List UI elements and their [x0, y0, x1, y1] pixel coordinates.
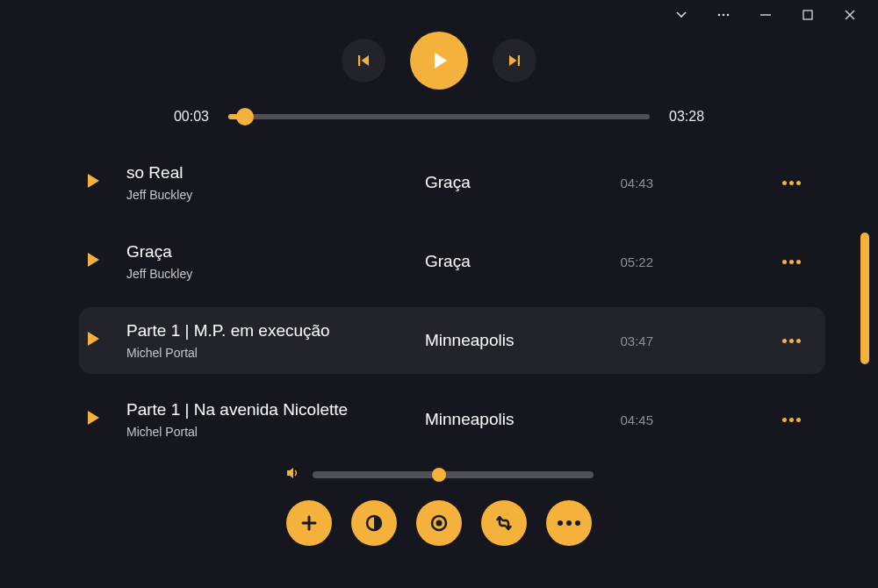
track-duration: 05:22 — [592, 255, 653, 269]
record-button[interactable] — [416, 500, 462, 546]
track-album: Graça — [425, 173, 592, 192]
track-title: Graça — [126, 242, 425, 262]
track-artist: Michel Portal — [126, 425, 425, 439]
track-duration: 03:47 — [592, 333, 653, 348]
track-more-button[interactable] — [653, 339, 801, 343]
minimize-button[interactable] — [757, 6, 774, 24]
track-duration: 04:43 — [592, 176, 653, 190]
track-artist: Michel Portal — [126, 346, 425, 360]
close-button[interactable] — [841, 6, 859, 24]
track-more-button[interactable] — [653, 181, 801, 185]
track-row[interactable]: Parte 1 | Na avenida Nicolette Michel Po… — [84, 386, 825, 453]
track-title: Parte 1 | M.P. em execução — [126, 321, 425, 341]
volume-thumb[interactable] — [432, 468, 446, 482]
play-icon[interactable] — [84, 330, 104, 351]
svg-point-2 — [727, 14, 730, 17]
track-album: Graça — [425, 252, 592, 271]
window-controls — [673, 0, 878, 30]
track-row[interactable]: Parte 1 | M.P. em execução Michel Portal… — [79, 307, 825, 374]
play-icon[interactable] — [84, 172, 104, 193]
track-duration: 04:45 — [592, 412, 653, 427]
shuffle-button[interactable] — [481, 500, 527, 546]
previous-button[interactable] — [342, 39, 385, 82]
track-album: Minneapolis — [425, 410, 592, 429]
svg-rect-4 — [803, 11, 812, 19]
menu-button[interactable] — [715, 6, 732, 24]
track-row[interactable]: Graça Jeff Buckley Graça 05:22 — [84, 228, 825, 295]
track-artist: Jeff Buckley — [126, 267, 425, 281]
volume-row — [0, 465, 878, 484]
track-title-col: so Real Jeff Buckley — [126, 163, 425, 202]
svg-rect-7 — [358, 55, 360, 66]
time-total: 03:28 — [669, 109, 704, 125]
collapse-button[interactable] — [673, 6, 690, 24]
add-button[interactable] — [286, 500, 332, 546]
track-title: so Real — [126, 163, 425, 183]
theme-button[interactable] — [351, 500, 397, 546]
svg-point-13 — [436, 520, 443, 527]
svg-rect-8 — [518, 55, 520, 66]
volume-slider[interactable] — [313, 471, 594, 478]
track-title: Parte 1 | Na avenida Nicolette — [126, 400, 425, 419]
time-elapsed: 00:03 — [174, 109, 209, 125]
seek-bar-row: 00:03 03:28 — [0, 109, 878, 125]
maximize-button[interactable] — [799, 6, 817, 24]
track-title-col: Parte 1 | Na avenida Nicolette Michel Po… — [126, 400, 425, 439]
seek-bar[interactable] — [228, 114, 650, 119]
svg-point-0 — [718, 14, 721, 17]
play-button[interactable] — [410, 32, 468, 90]
track-artist: Jeff Buckley — [126, 188, 425, 202]
track-title-col: Graça Jeff Buckley — [126, 242, 425, 281]
seek-thumb[interactable] — [236, 108, 254, 125]
volume-icon[interactable] — [284, 465, 300, 484]
more-button[interactable] — [546, 500, 592, 546]
svg-point-1 — [723, 14, 725, 17]
playlist: so Real Jeff Buckley Graça 04:43 Graça J… — [84, 149, 825, 453]
playlist-scrollbar[interactable] — [860, 233, 869, 364]
track-more-button[interactable] — [653, 418, 801, 422]
track-more-button[interactable] — [653, 260, 801, 264]
play-icon[interactable] — [84, 409, 104, 430]
play-icon[interactable] — [84, 251, 104, 272]
next-button[interactable] — [493, 39, 536, 82]
track-title-col: Parte 1 | M.P. em execução Michel Portal — [126, 321, 425, 360]
bottom-actions — [0, 500, 878, 546]
track-album: Minneapolis — [425, 331, 592, 350]
track-row[interactable]: so Real Jeff Buckley Graça 04:43 — [84, 149, 825, 216]
